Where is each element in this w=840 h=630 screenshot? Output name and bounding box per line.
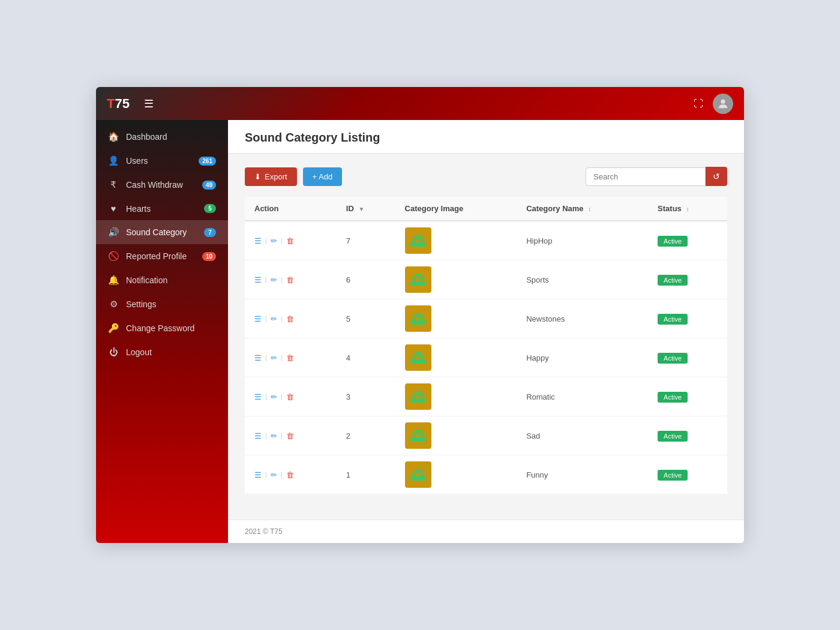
list-icon[interactable]: ☰: [254, 431, 262, 440]
page-header: Sound Category Listing: [228, 120, 744, 154]
category-name-cell: Sad: [517, 416, 648, 455]
status-badge: Active: [658, 431, 688, 442]
action-cell: ☰ | ✏ | 🗑: [245, 338, 337, 377]
edit-icon[interactable]: ✏: [271, 470, 277, 479]
settings-icon: ⚙: [108, 299, 119, 310]
id-cell: 6: [337, 260, 395, 299]
edit-icon[interactable]: ✏: [271, 236, 277, 245]
hamburger-menu[interactable]: ☰: [144, 97, 154, 110]
badge-hearts: 5: [204, 204, 216, 213]
sidebar-label-settings: Settings: [126, 299, 216, 309]
badge-sound-category: 7: [204, 228, 216, 237]
list-icon[interactable]: ☰: [254, 236, 262, 245]
sidebar-label-notification: Notification: [126, 275, 216, 285]
sidebar-item-users[interactable]: 👤 Users 261: [96, 149, 228, 173]
sidebar-item-settings[interactable]: ⚙ Settings: [96, 292, 228, 316]
category-image: [405, 461, 431, 488]
col-category-name[interactable]: Category Name ↕: [517, 197, 648, 221]
sidebar-label-users: Users: [126, 156, 191, 166]
category-image-cell: [395, 221, 517, 260]
delete-icon[interactable]: 🗑: [286, 314, 294, 323]
status-cell: Active: [648, 260, 727, 299]
category-svg-icon: [409, 349, 427, 367]
delete-icon[interactable]: 🗑: [286, 431, 294, 440]
action-icons: ☰ | ✏ | 🗑: [254, 470, 327, 479]
id-cell: 3: [337, 377, 395, 416]
edit-icon[interactable]: ✏: [271, 431, 277, 440]
search-container: ↺: [586, 167, 727, 186]
table-row: ☰ | ✏ | 🗑 6 Sports Acti: [245, 260, 727, 299]
list-icon[interactable]: ☰: [254, 275, 262, 284]
list-icon[interactable]: ☰: [254, 353, 262, 362]
action-cell: ☰ | ✏ | 🗑: [245, 299, 337, 338]
list-icon[interactable]: ☰: [254, 314, 262, 323]
page-title: Sound Category Listing: [245, 131, 727, 145]
sidebar-item-change-password[interactable]: 🔑 Change Password: [96, 316, 228, 340]
edit-icon[interactable]: ✏: [271, 353, 277, 362]
sidebar-item-cash-withdraw[interactable]: ₹ Cash Withdraw 49: [96, 173, 228, 197]
list-icon[interactable]: ☰: [254, 470, 262, 479]
badge-users: 261: [199, 157, 216, 166]
table-row: ☰ | ✏ | 🗑 5 Newstones A: [245, 299, 727, 338]
sidebar-item-notification[interactable]: 🔔 Notification: [96, 268, 228, 292]
category-image: [405, 305, 431, 332]
svg-rect-1: [410, 242, 426, 247]
status-cell: Active: [648, 455, 727, 494]
status-cell: Active: [648, 221, 727, 260]
col-status[interactable]: Status ↕: [648, 197, 727, 221]
svg-rect-6: [410, 437, 426, 442]
category-image-cell: [395, 377, 517, 416]
svg-rect-2: [410, 281, 426, 286]
sidebar-label-cash-withdraw: Cash Withdraw: [126, 180, 195, 190]
change-password-icon: 🔑: [108, 323, 119, 334]
status-badge: Active: [658, 392, 688, 403]
action-cell: ☰ | ✏ | 🗑: [245, 377, 337, 416]
sidebar-item-hearts[interactable]: ♥ Hearts 5: [96, 197, 228, 220]
delete-icon[interactable]: 🗑: [286, 392, 294, 401]
edit-icon[interactable]: ✏: [271, 275, 277, 284]
add-button[interactable]: + Add: [303, 167, 343, 186]
list-icon[interactable]: ☰: [254, 392, 262, 401]
sort-arrow-status: ↕: [686, 206, 689, 212]
action-icons: ☰ | ✏ | 🗑: [254, 353, 327, 362]
table-row: ☰ | ✏ | 🗑 4 Happy Activ: [245, 338, 727, 377]
status-badge: Active: [658, 470, 688, 481]
search-button[interactable]: ↺: [706, 167, 727, 186]
reported-profile-icon: 🚫: [108, 251, 119, 262]
category-image-cell: [395, 338, 517, 377]
expand-icon[interactable]: ⛶: [694, 98, 703, 109]
user-avatar[interactable]: [713, 94, 733, 114]
action-icons: ☰ | ✏ | 🗑: [254, 275, 327, 284]
add-label: + Add: [313, 172, 333, 181]
data-table: Action ID ▼ Category Image Category Name…: [245, 197, 727, 494]
edit-icon[interactable]: ✏: [271, 314, 277, 323]
col-id[interactable]: ID ▼: [337, 197, 395, 221]
footer-text: 2021 © T75: [245, 527, 283, 536]
edit-icon[interactable]: ✏: [271, 392, 277, 401]
status-badge: Active: [658, 314, 688, 325]
delete-icon[interactable]: 🗑: [286, 470, 294, 479]
category-name-cell: Newstones: [517, 299, 648, 338]
content-body: ⬇ Export + Add ↺: [228, 154, 744, 520]
export-icon: ⬇: [254, 172, 261, 181]
cash-withdraw-icon: ₹: [108, 179, 119, 190]
export-button[interactable]: ⬇ Export: [245, 167, 297, 186]
action-icons: ☰ | ✏ | 🗑: [254, 314, 327, 323]
category-svg-icon: [409, 427, 427, 445]
delete-icon[interactable]: 🗑: [286, 236, 294, 245]
search-input[interactable]: [586, 167, 706, 186]
category-image: [405, 422, 431, 449]
category-svg-icon: [409, 466, 427, 484]
category-image: [405, 383, 431, 410]
sidebar-item-dashboard[interactable]: 🏠 Dashboard: [96, 125, 228, 149]
delete-icon[interactable]: 🗑: [286, 275, 294, 284]
sidebar-item-reported-profile[interactable]: 🚫 Reported Profile 10: [96, 244, 228, 268]
sidebar-label-hearts: Hearts: [126, 204, 197, 214]
category-image-cell: [395, 299, 517, 338]
svg-rect-7: [410, 476, 426, 481]
sidebar-item-logout[interactable]: ⏻ Logout: [96, 340, 228, 364]
sidebar-item-sound-category[interactable]: 🔊 Sound Category 7: [96, 220, 228, 244]
status-cell: Active: [648, 338, 727, 377]
svg-rect-5: [410, 398, 426, 403]
delete-icon[interactable]: 🗑: [286, 353, 294, 362]
